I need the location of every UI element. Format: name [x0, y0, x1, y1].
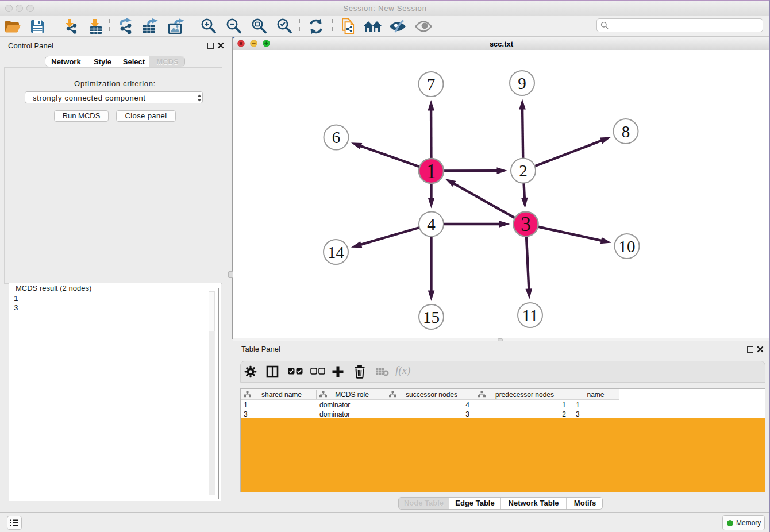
svg-text:9: 9 — [518, 74, 526, 92]
svg-text:10: 10 — [619, 237, 636, 256]
svg-text:2: 2 — [519, 161, 528, 180]
svg-text:4: 4 — [427, 215, 436, 233]
svg-text:8: 8 — [622, 122, 630, 141]
svg-text:1: 1 — [426, 160, 437, 183]
svg-text:7: 7 — [427, 75, 436, 94]
svg-text:14: 14 — [328, 243, 345, 261]
svg-text:6: 6 — [332, 128, 341, 147]
svg-text:3: 3 — [521, 213, 531, 236]
svg-text:11: 11 — [522, 306, 538, 325]
svg-text:15: 15 — [423, 308, 440, 326]
